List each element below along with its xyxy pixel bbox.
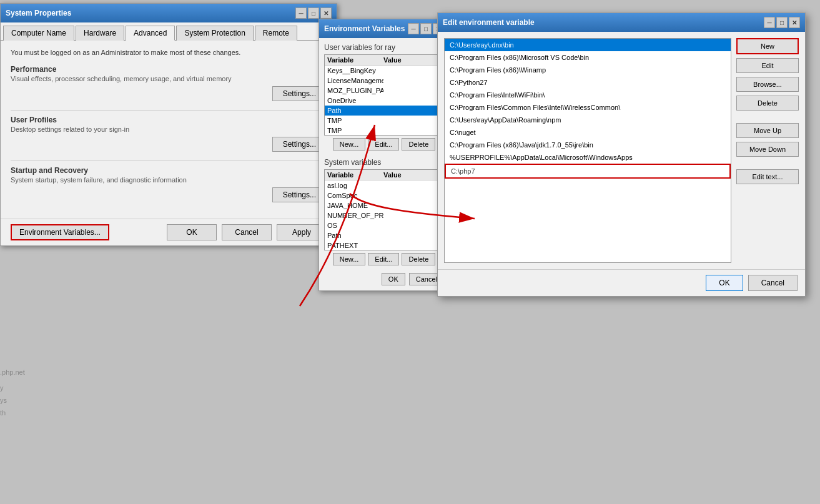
edit-env-footer: OK Cancel bbox=[438, 269, 805, 296]
tabs-bar: Computer Name Hardware Advanced System P… bbox=[1, 22, 337, 41]
browse-path-btn[interactable]: Browse... bbox=[736, 77, 799, 92]
sys-var-name-numproc: NUMBER_OF_PROCESSO bbox=[327, 212, 383, 219]
edit-env-title: Edit environment variable bbox=[443, 18, 535, 27]
path-item-windowsapps[interactable]: %USERPROFILE%\AppData\Local\Microsoft\Wi… bbox=[445, 151, 731, 164]
user-var-name-license: LicenseManagementCo bbox=[327, 77, 383, 84]
edit-env-titlebar: Edit environment variable ─ □ ✕ bbox=[438, 13, 805, 32]
user-var-name-keys: Keys__BingKey bbox=[327, 67, 383, 74]
user-var-name-tmp2: TMP bbox=[327, 127, 383, 134]
startup-desc: System startup, system failure, and diag… bbox=[11, 176, 327, 184]
user-new-btn[interactable]: New... bbox=[333, 138, 366, 151]
edit-text-btn[interactable]: Edit text... bbox=[736, 169, 799, 184]
path-item-winamp[interactable]: C:\Program Files (x86)\Winamp bbox=[445, 64, 731, 76]
user-var-item-keys[interactable]: Keys__BingKey bbox=[325, 66, 443, 76]
edit-env-sidebar: New Edit Browse... Delete Move Up Move D… bbox=[736, 38, 799, 263]
sys-var-name-asl: asl.log bbox=[327, 182, 383, 189]
system-properties-window: System Properties ─ □ ✕ Computer Name Ha… bbox=[0, 3, 337, 246]
user-var-item-tmp1[interactable]: TMP bbox=[325, 116, 443, 126]
edit-env-ok-btn[interactable]: OK bbox=[706, 275, 743, 291]
sys-var-item-numproc[interactable]: NUMBER_OF_PROCESSO bbox=[325, 210, 443, 220]
bg-text-th: th bbox=[0, 409, 6, 417]
edit-maximize-btn[interactable]: □ bbox=[776, 17, 788, 28]
path-item-dnx[interactable]: C:\Users\ray\.dnx\bin bbox=[445, 39, 731, 51]
bg-text-y: y bbox=[0, 384, 4, 392]
tab-hardware[interactable]: Hardware bbox=[76, 26, 124, 41]
user-edit-btn[interactable]: Edit... bbox=[368, 138, 399, 151]
user-var-item-onedrive[interactable]: OneDrive bbox=[325, 96, 443, 106]
edit-env-body: C:\Users\ray\.dnx\bin C:\Program Files (… bbox=[438, 32, 805, 269]
path-item-intel-common[interactable]: C:\Program Files\Common Files\Intel\Wire… bbox=[445, 101, 731, 114]
sys-var-item-asl[interactable]: asl.log bbox=[325, 180, 443, 190]
env-vars-window: Environment Variables ─ □ ✕ User variabl… bbox=[319, 19, 450, 291]
user-var-name-onedrive: OneDrive bbox=[327, 97, 383, 104]
bg-text-ys: ys bbox=[0, 397, 7, 404]
user-var-item-license[interactable]: LicenseManagementCo bbox=[325, 76, 443, 86]
sys-vars-header: Variable Value bbox=[325, 170, 443, 180]
tab-remote[interactable]: Remote bbox=[255, 26, 297, 41]
minimize-btn[interactable]: ─ bbox=[295, 7, 307, 19]
user-delete-btn[interactable]: Delete bbox=[402, 138, 435, 151]
new-path-btn[interactable]: New bbox=[736, 38, 799, 54]
admin-note: You must be logged on as an Administrato… bbox=[11, 48, 327, 57]
user-var-item-path[interactable]: Path bbox=[325, 106, 443, 116]
sys-delete-btn[interactable]: Delete bbox=[402, 253, 435, 265]
path-item-python[interactable]: C:\Python27 bbox=[445, 76, 731, 89]
sys-val-col: Value bbox=[383, 171, 402, 179]
user-profiles-desc: Desktop settings related to your sign-in bbox=[11, 126, 327, 133]
edit-close-btn[interactable]: ✕ bbox=[789, 17, 800, 28]
move-up-btn[interactable]: Move Up bbox=[736, 123, 799, 138]
sys-new-btn[interactable]: New... bbox=[333, 253, 366, 265]
env-ok-btn[interactable]: OK bbox=[382, 273, 405, 285]
startup-recovery-section: Startup and Recovery System startup, sys… bbox=[11, 166, 327, 202]
sys-var-col: Variable bbox=[327, 171, 383, 179]
startup-settings: Settings... bbox=[11, 187, 327, 202]
close-btn[interactable]: ✕ bbox=[320, 7, 332, 19]
maximize-btn[interactable]: □ bbox=[308, 7, 319, 19]
user-var-name-tmp1: TMP bbox=[327, 117, 383, 124]
tab-advanced[interactable]: Advanced bbox=[126, 26, 175, 41]
sys-var-item-comspec[interactable]: ComSpec bbox=[325, 190, 443, 200]
path-item-intel-wifi[interactable]: C:\Program Files\Intel\WiFi\bin\ bbox=[445, 89, 731, 101]
sys-var-item-os[interactable]: OS bbox=[325, 220, 443, 230]
edit-env-cancel-btn[interactable]: Cancel bbox=[748, 275, 798, 291]
startup-label: Startup and Recovery bbox=[11, 166, 327, 175]
user-var-item-moz[interactable]: MOZ_PLUGIN_PATH bbox=[325, 86, 443, 96]
user-var-name-path: Path bbox=[327, 107, 383, 114]
move-down-btn[interactable]: Move Down bbox=[736, 142, 799, 157]
sys-var-item-path[interactable]: Path bbox=[325, 230, 443, 240]
sys-var-name-path: Path bbox=[327, 232, 383, 239]
sys-props-title: System Properties bbox=[6, 9, 71, 17]
bg-text-phpnet: .php.net bbox=[0, 368, 25, 376]
edit-minimize-btn[interactable]: ─ bbox=[764, 17, 775, 28]
performance-section: Performance Visual effects, processor sc… bbox=[11, 65, 327, 101]
sys-var-name-pathext: PATHEXT bbox=[327, 242, 383, 249]
sys-props-body: You must be logged on as an Administrato… bbox=[1, 41, 337, 219]
edit-path-btn[interactable]: Edit bbox=[736, 58, 799, 73]
performance-desc: Visual effects, processor scheduling, me… bbox=[11, 75, 327, 82]
sys-edit-btn[interactable]: Edit... bbox=[368, 253, 399, 265]
tab-computer-name[interactable]: Computer Name bbox=[3, 26, 74, 41]
tab-system-protection[interactable]: System Protection bbox=[176, 26, 253, 41]
path-item-php7[interactable]: C:\php7 bbox=[445, 164, 731, 179]
env-minimize-btn[interactable]: ─ bbox=[408, 23, 419, 34]
env-vars-button[interactable]: Environment Variables... bbox=[11, 224, 109, 240]
ok-button[interactable]: OK bbox=[167, 224, 217, 240]
path-item-npm[interactable]: C:\Users\ray\AppData\Roaming\npm bbox=[445, 114, 731, 126]
sys-var-item-java[interactable]: JAVA_HOME bbox=[325, 200, 443, 210]
sys-var-item-pathext[interactable]: PATHEXT bbox=[325, 240, 443, 250]
user-var-item-tmp2[interactable]: TMP bbox=[325, 126, 443, 136]
user-vars-buttons: New... Edit... Delete bbox=[319, 136, 449, 153]
user-vars-section-title: User variables for ray bbox=[319, 38, 449, 54]
path-item-nuget[interactable]: C:\nuget bbox=[445, 126, 731, 139]
path-item-java[interactable]: C:\Program Files (x86)\Java\jdk1.7.0_55\… bbox=[445, 139, 731, 151]
delete-path-btn[interactable]: Delete bbox=[736, 96, 799, 111]
user-val-col: Value bbox=[383, 56, 402, 64]
cancel-button[interactable]: Cancel bbox=[222, 224, 272, 240]
path-item-vscode[interactable]: C:\Program Files (x86)\Microsoft VS Code… bbox=[445, 51, 731, 64]
sys-var-name-java: JAVA_HOME bbox=[327, 202, 383, 209]
edit-env-controls: ─ □ ✕ bbox=[764, 17, 800, 28]
edit-env-window: Edit environment variable ─ □ ✕ C:\Users… bbox=[437, 12, 806, 297]
user-profiles-settings: Settings... bbox=[11, 137, 327, 152]
env-maximize-btn[interactable]: □ bbox=[420, 23, 432, 34]
sys-var-name-comspec: ComSpec bbox=[327, 192, 383, 199]
